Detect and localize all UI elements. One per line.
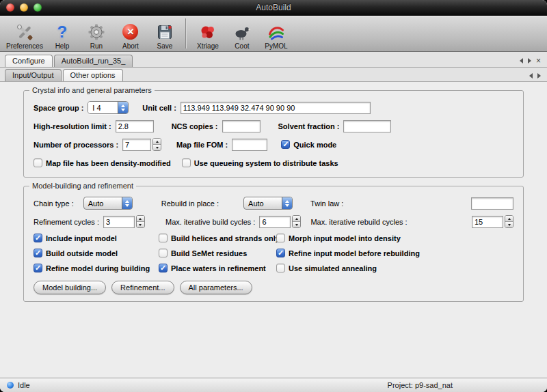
sub-tab-scroll-left-icon[interactable] (529, 73, 533, 79)
checkbox-label: Build helices and strands only (171, 234, 280, 242)
morph-model-option: Morph input model into density (276, 234, 513, 242)
dropdown-arrows-icon (122, 197, 132, 209)
max-rebuild-cycles-field[interactable] (472, 216, 503, 228)
checkbox-label: Use simulated annealing (289, 264, 377, 272)
status-bar: Idle Project: p9-sad_nat (0, 378, 547, 392)
pymol-button[interactable]: PyMOL (259, 17, 293, 50)
close-button[interactable] (6, 3, 14, 12)
run-button[interactable]: Run (79, 17, 114, 50)
refinement-button[interactable]: Refinement... (111, 281, 174, 294)
high-res-field[interactable] (116, 120, 154, 132)
processors-label: Number of processors : (34, 141, 118, 149)
preferences-button[interactable]: Preferences (4, 17, 45, 50)
tab-scroll-left-icon[interactable] (520, 58, 523, 64)
toolbar-label: Help (55, 42, 70, 50)
ncs-copies-label: NCS copies : (172, 122, 218, 130)
morph-model-checkbox[interactable] (276, 234, 285, 242)
checkbox-label: Build outside model (46, 249, 118, 257)
stepper-up-icon[interactable] (153, 139, 161, 144)
window-title: AutoBuild (0, 3, 547, 12)
tab-autobuild-run[interactable]: AutoBuild_run_35_ (54, 55, 133, 67)
tab-configure[interactable]: Configure (5, 55, 53, 67)
unit-cell-field[interactable] (181, 102, 371, 114)
coot-button[interactable]: Coot (225, 17, 259, 50)
status-indicator-icon (7, 382, 14, 389)
max-rebuild-cycles-stepper[interactable] (505, 215, 513, 228)
stepper-down-icon[interactable] (137, 221, 144, 227)
queueing-label: Use queueing system to distribute tasks (194, 159, 338, 167)
toolbar-label: Run (90, 42, 103, 50)
refinement-cycles-field[interactable] (103, 216, 135, 228)
xtriage-button[interactable]: Xtriage (191, 17, 225, 50)
map-fom-field[interactable] (232, 139, 267, 151)
toolbar-label: Save (157, 42, 173, 50)
sub-tab-bar: Input/Output Other options (0, 68, 547, 82)
density-modified-label: Map file has been density-modified (46, 159, 171, 167)
build-semet-option: Build SeMet residues (159, 249, 276, 257)
queueing-checkbox[interactable] (182, 158, 191, 167)
checkbox-label: Refine model during building (46, 264, 150, 272)
tab-other-options[interactable]: Other options (63, 69, 123, 81)
checkbox-label: Place waters in refinement (171, 264, 266, 272)
zoom-button[interactable] (34, 3, 42, 12)
all-parameters-button[interactable]: All parameters... (180, 281, 252, 294)
abort-button[interactable]: ✕ Abort (114, 17, 148, 50)
tab-scroll-right-icon[interactable] (528, 58, 531, 64)
help-icon: ? (57, 21, 68, 42)
tab-input-output[interactable]: Input/Output (5, 69, 62, 81)
titlebar[interactable]: AutoBuild (0, 0, 547, 16)
sub-tab-scroll-right-icon[interactable] (537, 73, 541, 79)
model-checkbox-grid: Include input model Build helices and st… (34, 234, 513, 272)
space-group-dropdown[interactable]: I 4 (88, 101, 129, 114)
help-glyph: ? (57, 23, 68, 42)
refinement-cycles-label: Refinement cycles : (34, 218, 99, 226)
toolbar-label: Coot (235, 42, 249, 50)
tab-close-icon[interactable]: × (536, 57, 541, 64)
refine-before-rebuild-checkbox[interactable] (276, 249, 285, 257)
include-input-model-checkbox[interactable] (34, 234, 42, 242)
ncs-copies-field[interactable] (222, 120, 261, 132)
twin-law-field[interactable] (471, 197, 513, 210)
help-button[interactable]: ? Help (45, 17, 79, 50)
checkbox-label: Include input model (46, 234, 117, 242)
rebuild-in-place-value: Auto (244, 197, 282, 209)
quick-mode-checkbox[interactable] (281, 140, 290, 149)
map-fom-label: Map file FOM : (176, 141, 228, 149)
stepper-down-icon[interactable] (153, 144, 161, 150)
dropdown-arrows-icon (118, 102, 128, 113)
chain-type-dropdown[interactable]: Auto (83, 197, 133, 210)
stepper-down-icon[interactable] (505, 221, 513, 227)
build-helices-option: Build helices and strands only (159, 234, 276, 242)
project-label: Project: p9-sad_nat (388, 381, 453, 389)
solvent-fraction-field[interactable] (343, 120, 391, 132)
status-text: Idle (18, 381, 30, 389)
max-build-cycles-field[interactable] (259, 216, 291, 228)
group-title: Crystal info and general parameters (29, 86, 155, 94)
stepper-down-icon[interactable] (293, 221, 300, 227)
refine-during-building-checkbox[interactable] (34, 264, 42, 272)
build-semet-checkbox[interactable] (159, 249, 168, 257)
model-building-button[interactable]: Model building... (34, 281, 106, 294)
max-build-cycles-stepper[interactable] (292, 215, 301, 228)
refinement-cycles-stepper[interactable] (136, 215, 145, 228)
checkbox-label: Morph input model into density (289, 234, 401, 242)
build-helices-checkbox[interactable] (159, 234, 168, 242)
refine-before-rebuild-option: Refine input model before rebuilding (276, 249, 513, 257)
stepper-up-icon[interactable] (505, 216, 513, 221)
processors-field[interactable] (122, 139, 151, 151)
sub-tab-scroll-controls (527, 73, 543, 81)
stepper-up-icon[interactable] (137, 216, 144, 221)
group-title: Model-building and refinement (29, 182, 136, 190)
build-outside-checkbox[interactable] (34, 249, 42, 257)
minimize-button[interactable] (20, 3, 28, 12)
crystal-info-group: Crystal info and general parameters Spac… (23, 90, 524, 178)
include-input-model-option: Include input model (34, 234, 159, 242)
density-modified-checkbox[interactable] (34, 158, 42, 167)
coot-icon (233, 21, 251, 42)
save-button[interactable]: Save (148, 17, 182, 50)
simulated-annealing-checkbox[interactable] (276, 264, 285, 272)
stepper-up-icon[interactable] (293, 216, 300, 221)
place-waters-checkbox[interactable] (159, 264, 168, 272)
processors-stepper[interactable] (152, 138, 161, 151)
rebuild-in-place-dropdown[interactable]: Auto (243, 197, 293, 210)
